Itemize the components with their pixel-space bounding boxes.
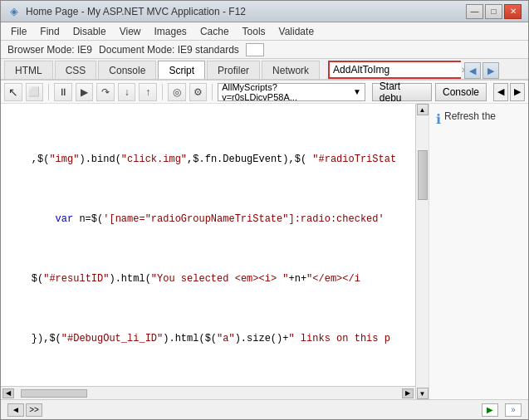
toolbar-separator-3 xyxy=(212,84,213,100)
close-button[interactable]: ✕ xyxy=(504,4,522,19)
gear-button[interactable]: ⚙ xyxy=(189,83,208,101)
play-button[interactable]: ▶ xyxy=(76,83,94,101)
search-input[interactable] xyxy=(330,62,461,77)
select-tool-button[interactable]: ⬜ xyxy=(26,83,44,101)
browser-mode-bar: Browser Mode: IE9 Document Mode: IE9 sta… xyxy=(1,41,528,59)
tab-html[interactable]: HTML xyxy=(4,61,53,79)
v-scroll-thumb[interactable] xyxy=(418,150,428,200)
scroll-nav-group: ◄ >> xyxy=(7,403,42,417)
browser-mode-label: Browser Mode: IE9 xyxy=(7,44,92,56)
scroll-up-button[interactable]: ▲ xyxy=(417,104,429,115)
code-editor[interactable]: ,$("img").bind("click.img",$.fn.DebugEve… xyxy=(1,104,415,386)
menu-cache[interactable]: Cache xyxy=(193,23,236,40)
dropdown-arrow-icon: ▼ xyxy=(353,87,361,96)
tab-script[interactable]: Script xyxy=(158,61,205,79)
code-panel: ,$("img").bind("click.img",$.fn.DebugEve… xyxy=(1,104,415,399)
search-next-button[interactable]: ▶ xyxy=(482,62,499,79)
info-icon: ℹ xyxy=(436,111,441,127)
step-over-button[interactable]: ↷ xyxy=(96,83,115,101)
menu-view[interactable]: View xyxy=(113,23,148,40)
panel-nav-left-button[interactable]: ◀ xyxy=(493,83,508,101)
window-title: Home Page - My ASP.NET MVC Application -… xyxy=(26,6,466,17)
search-prev-button[interactable]: ◀ xyxy=(464,62,481,79)
code-line-2: var n=$('[name="radioGroupNameTriState"]… xyxy=(7,212,409,227)
menu-find[interactable]: Find xyxy=(33,23,66,40)
pause-button[interactable]: ⏸ xyxy=(54,83,72,101)
code-line-1: ,$("img").bind("click.img",$.fn.DebugEve… xyxy=(7,152,409,167)
vertical-scrollbar[interactable]: ▲ ▼ xyxy=(415,104,429,399)
menu-disable[interactable]: Disable xyxy=(66,23,113,40)
scroll-left-button[interactable]: ◀ xyxy=(2,388,14,398)
content-area: ,$("img").bind("click.img",$.fn.DebugEve… xyxy=(1,104,528,399)
console-button[interactable]: Console xyxy=(435,83,487,101)
maximize-button[interactable]: □ xyxy=(485,4,502,19)
step-out-button[interactable]: ↑ xyxy=(139,83,157,101)
toolbar-separator-2 xyxy=(162,84,163,100)
script-toolbar: ↖ ⬜ ⏸ ▶ ↷ ↓ ↑ ◎ ⚙ AllMyScripts?v=r0sLDic… xyxy=(1,81,528,104)
tab-console[interactable]: Console xyxy=(98,61,156,79)
script-dropdown[interactable]: AllMyScripts?v=r0sLDicvP58A... ▼ xyxy=(218,83,365,101)
right-info-panel: ℹ Refresh the xyxy=(429,104,528,399)
bottom-nav-jump-button[interactable]: >> xyxy=(26,403,42,417)
refresh-text: Refresh the xyxy=(444,110,496,122)
scroll-track xyxy=(417,117,429,386)
document-mode-label: Document Mode: IE9 standards xyxy=(99,44,239,56)
menu-images[interactable]: Images xyxy=(148,23,193,40)
step-into-button[interactable]: ↓ xyxy=(118,83,136,101)
bottom-fast-forward-button[interactable]: » xyxy=(505,403,522,417)
bottom-toolbar: ◄ >> ▶ » xyxy=(1,399,528,419)
toolbar-separator-1 xyxy=(48,84,49,100)
scroll-down-button[interactable]: ▼ xyxy=(417,388,429,399)
bottom-play-button[interactable]: ▶ xyxy=(482,403,498,417)
h-scroll-thumb[interactable] xyxy=(21,389,87,398)
title-bar: ◈ Home Page - My ASP.NET MVC Application… xyxy=(1,1,528,22)
menu-bar: File Find Disable View Images Cache Tool… xyxy=(1,22,528,41)
code-line-4: }),$("#DebugOut_li_ID").html($("a").size… xyxy=(7,331,409,346)
scroll-right-button[interactable]: ▶ xyxy=(402,388,414,398)
menu-tools[interactable]: Tools xyxy=(236,23,272,40)
main-tabs: HTML CSS Console Script Profiler Network… xyxy=(1,59,528,81)
tab-css[interactable]: CSS xyxy=(55,61,97,79)
mode-indicator-box xyxy=(246,43,264,56)
tab-profiler[interactable]: Profiler xyxy=(207,61,260,79)
minimize-button[interactable]: — xyxy=(466,4,483,19)
app-icon: ◈ xyxy=(7,5,21,18)
breakpoints-button[interactable]: ◎ xyxy=(168,83,186,101)
code-line-3: $("#resultID").html("You selected <em><i… xyxy=(7,271,409,286)
window-controls: — □ ✕ xyxy=(466,4,522,19)
horizontal-scrollbar[interactable]: ◀ ▶ xyxy=(1,386,415,399)
pointer-tool-button[interactable]: ↖ xyxy=(4,83,22,101)
refresh-area: ℹ Refresh the xyxy=(436,110,522,127)
menu-file[interactable]: File xyxy=(4,23,33,40)
bottom-left-nav-button[interactable]: ◄ xyxy=(7,403,24,417)
tab-network[interactable]: Network xyxy=(262,61,320,79)
start-debug-button[interactable]: Start debu xyxy=(372,83,432,101)
search-container: ✕ xyxy=(328,61,461,79)
main-window: ◈ Home Page - My ASP.NET MVC Application… xyxy=(0,0,529,420)
menu-validate[interactable]: Validate xyxy=(272,23,321,40)
panel-nav-right-button[interactable]: ▶ xyxy=(510,83,525,101)
